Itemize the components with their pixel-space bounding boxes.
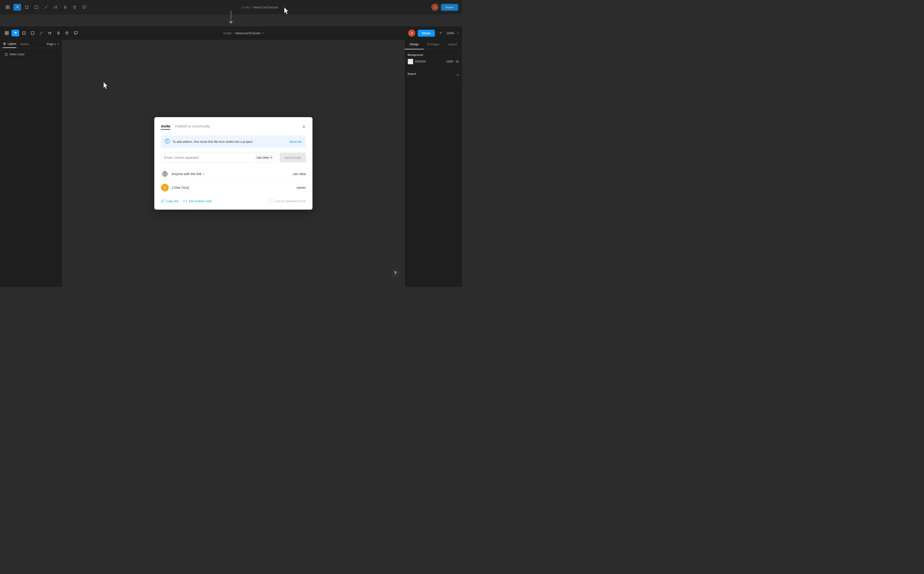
modal-close-button[interactable]: × [302,124,306,129]
hex-value: E5E5E5 [415,60,444,63]
link-sharing-row: Anyone with the link ▾ can view [161,167,306,181]
select-tool-faded [13,4,21,11]
zoom-dropdown-icon[interactable] [457,32,459,34]
move-file-link[interactable]: Move file [290,140,302,144]
svg-rect-2 [6,8,8,9]
user-avatar: J [408,30,415,37]
frame-tool-faded [23,4,31,11]
permission-dropdown[interactable]: can view [255,155,274,160]
assets-tab-label: Assets [20,43,29,46]
share-modal: Invite Publish to Community × To add edi… [155,117,312,210]
email-input[interactable] [164,153,253,162]
hand-tool-faded [71,4,79,11]
grid-tool-faded [4,4,11,11]
toolbar-title-faded: Drafts / NewsCardTutorial [90,6,429,9]
component-tool[interactable] [55,30,62,36]
export-row: Export + [408,73,459,77]
pen-tool[interactable] [37,30,45,36]
link-icon [161,199,164,203]
invite-row: can view Send invite [161,153,306,162]
hand-tool[interactable] [63,30,71,36]
page-selector[interactable]: Page 1 [47,42,59,48]
shape-tool-faded [33,4,40,11]
layers-list: Hello Card [0,48,62,60]
modal-tabs: Invite Publish to Community [161,124,210,129]
prototype-tab[interactable]: Prototype [424,40,443,49]
export-section: Export + [405,68,462,82]
svg-rect-0 [6,6,8,7]
frame-tool[interactable] [20,30,28,36]
right-panel-tabs: Design Prototype Inspect [405,40,462,50]
link-sharing-label[interactable]: Anyone with the link ▾ [172,172,293,176]
svg-point-25 [167,140,167,140]
info-icon [165,139,170,145]
frame-layer-icon [5,53,8,56]
right-panel: Design Prototype Inspect Background E5E5… [405,40,462,287]
page-name: Page 1 [47,43,56,46]
user-avatar-faded: J [431,3,438,11]
present-button[interactable] [437,30,444,37]
assets-tab[interactable]: Assets [20,42,29,48]
grid-tool[interactable] [3,30,11,36]
title-dropdown-icon[interactable] [262,32,264,34]
svg-point-22 [457,61,458,62]
background-section: Background E5E5E5 100% [405,50,462,68]
design-tab[interactable]: Design [405,40,424,49]
copy-link-button[interactable]: Copy link [161,199,178,203]
send-invite-button[interactable]: Send invite [280,153,306,162]
background-row[interactable]: E5E5E5 100% [408,59,459,65]
svg-rect-3 [8,8,9,9]
modal-footer: Copy link Get embed code Link to selecte… [161,199,306,203]
breadcrumb-sep: / [233,32,234,35]
frame-check-label: Link to selected frame [275,199,306,203]
layers-icon [3,42,6,46]
inspect-tab[interactable]: Inspect [443,40,462,49]
pen-tool-faded [42,4,50,11]
shape-tool[interactable] [29,30,36,36]
svg-rect-10 [7,32,8,33]
frame-checkbox[interactable] [270,199,273,203]
opacity-value: 100% [446,60,453,63]
visibility-icon[interactable] [455,60,459,63]
layers-tab-label: Layers [8,42,16,46]
invite-tab[interactable]: Invite [161,124,170,129]
frame-check-area[interactable]: Link to selected frame [270,199,306,203]
select-tool[interactable] [11,30,19,36]
export-section-title: Export [408,73,416,75]
share-button-faded: Share [441,4,458,11]
permission-chevron [270,157,272,158]
email-input-wrap[interactable]: can view [161,153,277,162]
file-name: NewsCardTutorial [235,32,260,35]
help-button[interactable]: ? [391,269,400,278]
svg-rect-9 [5,32,6,33]
svg-rect-12 [7,33,8,35]
left-panel: Layers Assets Page 1 Hello Card [0,40,62,287]
left-panel-tabs: Layers Assets Page 1 [0,40,62,48]
text-tool[interactable] [46,30,54,36]
get-embed-code-button[interactable]: Get embed code [183,199,211,203]
layers-tab[interactable]: Layers [3,42,16,48]
globe-icon [161,170,169,178]
page-dropdown-icon [57,43,59,45]
breadcrumb-drafts: Drafts [223,32,232,35]
comment-tool[interactable] [72,30,80,36]
arrow-indicator [229,11,233,24]
zoom-level: 100% [446,32,454,35]
publish-tab[interactable]: Publish to Community [175,124,210,129]
svg-rect-17 [31,32,34,35]
layer-name: Hello Card [9,52,24,56]
get-embed-label: Get embed code [189,199,211,203]
background-section-title: Background [408,54,459,56]
component-tool-faded [61,4,69,11]
copy-link-label: Copy link [166,199,178,203]
text-tool-faded [52,4,60,11]
file-breadcrumb: Drafts / NewsCardTutorial [80,32,407,35]
svg-rect-8 [35,6,38,9]
owner-name: J Doe (You) [172,186,296,189]
background-color-swatch[interactable] [408,59,413,65]
share-button[interactable]: Share [418,30,435,37]
add-export-button[interactable]: + [456,73,459,77]
list-item[interactable]: Hello Card [3,51,59,57]
embed-icon [183,200,187,202]
owner-avatar: J [161,184,169,191]
